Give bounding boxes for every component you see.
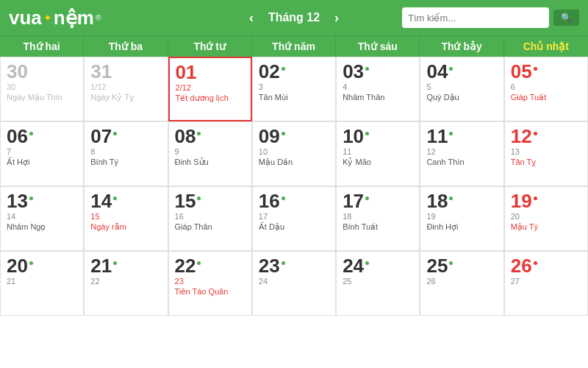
weekday-header: Thứ hai Thứ ba Thứ tư Thứ năm Thứ sáu Th… <box>0 35 588 57</box>
calendar-cell[interactable]: 2526 <box>420 251 503 316</box>
calendar-cell[interactable]: 067Ất Hợi <box>0 121 84 186</box>
calendar-cell[interactable]: 012/12Tết dương lịch <box>168 57 252 121</box>
calendar-cell[interactable]: 2324 <box>252 251 336 316</box>
calendar-cell[interactable]: 2223Tiên Táo Quân <box>168 251 252 316</box>
calendar-cell[interactable]: 2627 <box>504 251 588 316</box>
search-input[interactable] <box>402 7 549 28</box>
calendar-cell[interactable]: 1415Ngày rằm <box>84 186 168 251</box>
calendar-cell[interactable]: 311/12Ngày Kỷ Tỵ <box>84 57 168 121</box>
month-title: Tháng 12 <box>268 11 320 24</box>
weekday-sat: Thứ bảy <box>420 36 503 57</box>
logo-star-icon: ✦ <box>43 12 52 24</box>
calendar-cell[interactable]: 1920Mậu Tý <box>504 186 588 251</box>
calendar-cell[interactable]: 2425 <box>336 251 420 316</box>
weekday-sun: Chủ nhật <box>504 36 588 57</box>
calendar-cell[interactable]: 2122 <box>84 251 168 316</box>
weekday-wed: Thứ tư <box>168 36 252 57</box>
calendar-cell[interactable]: 034Nhâm Thân <box>336 57 420 121</box>
calendar-cell[interactable]: 0910Mậu Dần <box>252 121 336 186</box>
app-container: vua ✦ nệm ® ‹ Tháng 12 › 🔍 Thứ hai Thứ b… <box>0 0 588 316</box>
search-button[interactable]: 🔍 <box>553 10 579 26</box>
calendar-cell[interactable]: 045Quý Dậu <box>420 57 503 121</box>
calendar-body: 3030Ngày Mậu Thìn311/12Ngày Kỷ Tỵ012/12T… <box>0 57 588 316</box>
weekday-fri: Thứ sáu <box>336 36 420 57</box>
weekday-tue: Thứ ba <box>84 36 168 57</box>
calendar-cell[interactable]: 1112Canh Thìn <box>420 121 503 186</box>
calendar-cell[interactable]: 1314Nhâm Ngọ <box>0 186 84 251</box>
calendar-cell[interactable]: 1011Kỷ Mão <box>336 121 420 186</box>
weekday-thu: Thứ năm <box>252 36 336 57</box>
calendar: Thứ hai Thứ ba Thứ tư Thứ năm Thứ sáu Th… <box>0 35 588 316</box>
logo-text2: nệm <box>54 7 94 29</box>
logo-area: vua ✦ nệm ® <box>9 7 101 29</box>
logo-text: vua <box>9 7 42 29</box>
month-navigation: ‹ Tháng 12 › <box>249 10 339 26</box>
weekday-mon: Thứ hai <box>0 36 84 57</box>
calendar-cell[interactable]: 1819Đinh Hợi <box>420 186 503 251</box>
search-area: 🔍 <box>402 7 579 28</box>
calendar-cell[interactable]: 1213Tân Tỵ <box>504 121 588 186</box>
prev-month-button[interactable]: ‹ <box>249 10 254 26</box>
calendar-cell[interactable]: 078Bính Tý <box>84 121 168 186</box>
calendar-cell[interactable]: 089Đinh Sửu <box>168 121 252 186</box>
header: vua ✦ nệm ® ‹ Tháng 12 › 🔍 <box>0 0 588 35</box>
calendar-cell[interactable]: 1516Giáp Thân <box>168 186 252 251</box>
next-month-button[interactable]: › <box>334 10 339 26</box>
calendar-cell[interactable]: 1617Ất Dậu <box>252 186 336 251</box>
calendar-cell[interactable]: 2021 <box>0 251 84 316</box>
calendar-cell[interactable]: 1718Bính Tuất <box>336 186 420 251</box>
calendar-cell[interactable]: 056Giáp Tuất <box>504 57 588 121</box>
calendar-cell[interactable]: 3030Ngày Mậu Thìn <box>0 57 84 121</box>
logo-registered: ® <box>96 13 101 22</box>
calendar-cell[interactable]: 023Tân Mùi <box>252 57 336 121</box>
